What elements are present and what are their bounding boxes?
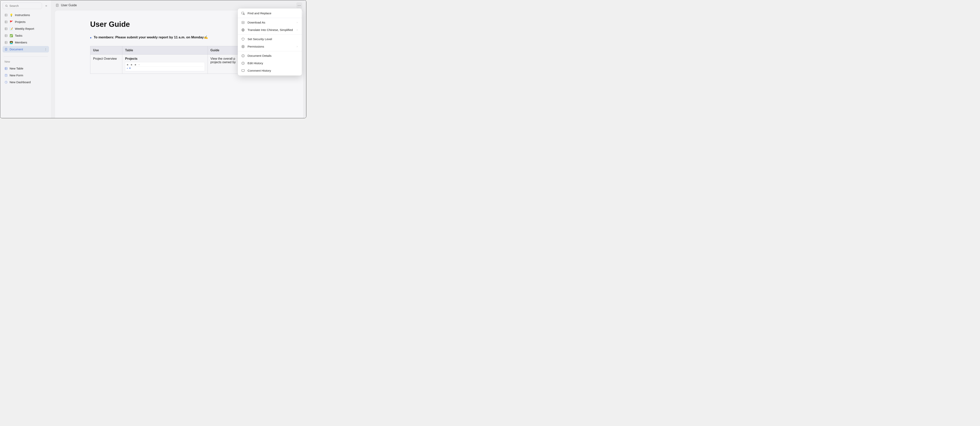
cell-table[interactable]: Projects ▦ ▦ ▦ + ● ⬒ <box>122 55 208 74</box>
new-form-button[interactable]: New Form <box>3 72 49 79</box>
sidebar-item-projects[interactable]: 🚩 Projects <box>3 19 49 25</box>
sidebar-item-label: Document <box>10 48 42 51</box>
chevron-right-icon <box>296 21 298 24</box>
menu-separator <box>238 51 302 51</box>
dashboard-icon <box>5 81 8 84</box>
chevron-right-icon <box>296 29 298 31</box>
menu-label: Comment History <box>248 69 271 73</box>
info-icon <box>241 54 245 57</box>
download-icon <box>241 21 245 24</box>
search-icon <box>5 4 8 8</box>
sidebar-item-label: Weekly Report <box>15 27 47 30</box>
emoji: ✅ <box>10 34 13 37</box>
menu-label: Download As <box>248 21 265 24</box>
embed-tab[interactable]: ▦ <box>135 64 136 66</box>
svg-line-40 <box>244 14 245 15</box>
emoji: 💡 <box>10 14 13 17</box>
svg-rect-6 <box>5 21 7 23</box>
svg-rect-2 <box>5 14 7 16</box>
bullet-icon <box>90 37 91 38</box>
sidebar-item-tasks[interactable]: ✅ Tasks <box>3 32 49 39</box>
chevron-double-left-icon <box>45 5 48 7</box>
nav-list: 💡 Instructions 🚩 Projects 📝 Weekly Repor… <box>3 12 49 52</box>
divider <box>4 56 48 57</box>
shield-icon <box>241 37 245 41</box>
svg-point-43 <box>243 46 243 47</box>
sidebar-item-instructions[interactable]: 💡 Instructions <box>3 12 49 18</box>
page-title: User Guide <box>61 3 77 7</box>
menu-translate[interactable]: Translate Into Chinese, Simplified <box>238 26 302 34</box>
menu-label: Find and Replace <box>248 11 272 15</box>
table-icon <box>5 41 8 44</box>
menu-label: Translate Into Chinese, Simplified <box>248 28 293 32</box>
svg-rect-18 <box>5 41 7 44</box>
table-header-table[interactable]: Table <box>122 46 208 55</box>
menu-edit-history[interactable]: Edit History <box>238 60 302 67</box>
sidebar-item-label: Tasks <box>15 34 47 37</box>
emoji: 👩‍💻 <box>10 41 13 44</box>
emoji: 📝 <box>10 27 13 30</box>
bullet-text: To members: Please submit your weekly re… <box>94 35 208 40</box>
new-table-button[interactable]: New Table <box>3 65 49 72</box>
new-item-label: New Form <box>10 74 23 77</box>
sidebar-item-label: Members <box>15 41 47 44</box>
table-icon <box>5 21 8 24</box>
menu-download-as[interactable]: Download As <box>238 19 302 26</box>
menu-security-level[interactable]: Set Security Level <box>238 35 302 43</box>
search-box[interactable] <box>3 3 42 9</box>
table-icon <box>5 67 8 70</box>
document-icon <box>56 3 59 7</box>
history-icon <box>241 62 245 65</box>
embed-tab[interactable]: ▦ <box>131 64 132 66</box>
collapse-sidebar-button[interactable] <box>43 3 49 9</box>
svg-point-0 <box>5 5 7 6</box>
cell-title: Projects <box>125 57 205 60</box>
svg-rect-14 <box>5 35 7 37</box>
main-area: User Guide ⋯ User Guide To members: Plea… <box>51 0 306 118</box>
sidebar-item-document[interactable]: Document ⋮ <box>3 46 49 52</box>
embed-add-tab[interactable]: + <box>138 64 140 66</box>
table-icon <box>5 34 8 37</box>
table-icon <box>5 14 8 17</box>
menu-find-replace[interactable]: Find and Replace <box>238 10 302 17</box>
menu-permissions[interactable]: Permissions <box>238 43 302 50</box>
chevron-right-icon <box>296 46 298 48</box>
more-vertical-icon[interactable]: ⋮ <box>44 48 47 51</box>
table-icon <box>5 27 8 30</box>
table-header-use[interactable]: Use <box>91 46 122 55</box>
sidebar-item-label: Projects <box>15 20 47 24</box>
more-options-button[interactable]: ⋯ <box>296 2 302 8</box>
translate-icon <box>241 28 245 32</box>
sidebar-item-weekly-report[interactable]: 📝 Weekly Report <box>3 25 49 32</box>
emoji: 🚩 <box>10 21 13 24</box>
embed-tab[interactable]: ▦ <box>127 64 128 66</box>
find-replace-icon <box>241 11 245 15</box>
menu-label: Edit History <box>248 62 263 65</box>
comment-icon <box>241 69 245 73</box>
svg-line-1 <box>7 6 8 7</box>
svg-rect-10 <box>5 28 7 30</box>
document-icon <box>5 48 8 51</box>
sidebar-item-label: Instructions <box>15 13 47 17</box>
embedded-table-preview[interactable]: ▦ ▦ ▦ + ● ⬒ <box>125 62 205 71</box>
new-item-label: New Dashboard <box>10 81 31 84</box>
menu-label: Document Details <box>248 54 272 57</box>
menu-comment-history[interactable]: Comment History <box>238 67 302 74</box>
search-input[interactable] <box>10 4 40 8</box>
svg-rect-38 <box>242 12 244 14</box>
sidebar: 💡 Instructions 🚩 Projects 📝 Weekly Repor… <box>0 0 51 118</box>
more-options-menu: Find and Replace Download As Translate I… <box>238 8 302 76</box>
svg-rect-26 <box>5 67 7 70</box>
cell-use[interactable]: Project Overview <box>91 55 122 74</box>
new-section-label: New <box>3 59 49 64</box>
new-dashboard-button[interactable]: New Dashboard <box>3 79 49 86</box>
menu-label: Set Security Level <box>248 37 272 41</box>
gear-icon <box>241 45 245 48</box>
new-item-label: New Table <box>10 67 23 70</box>
new-list: New Table New Form New Dashboard <box>3 65 49 86</box>
menu-label: Permissions <box>248 45 264 48</box>
sidebar-item-members[interactable]: 👩‍💻 Members <box>3 39 49 46</box>
more-horizontal-icon: ⋯ <box>298 3 301 8</box>
menu-document-details[interactable]: Document Details <box>238 52 302 60</box>
form-icon <box>5 74 8 77</box>
